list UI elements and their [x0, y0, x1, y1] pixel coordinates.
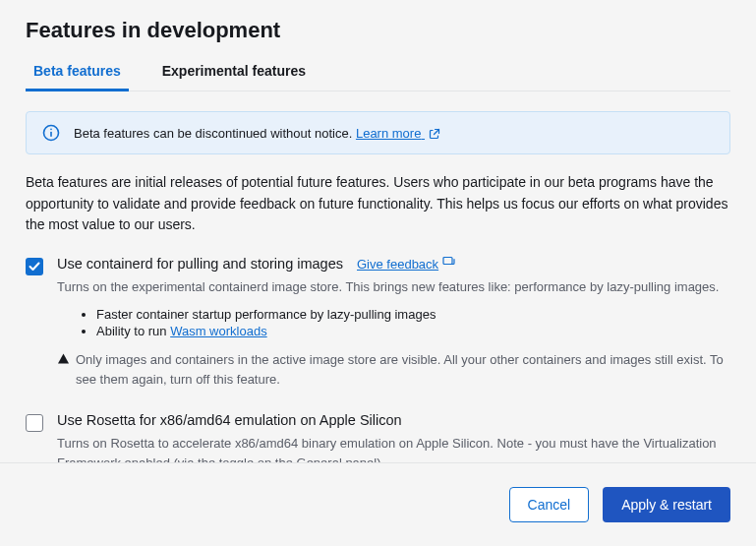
list-item: Faster container startup performance by … [96, 307, 730, 322]
give-feedback-link[interactable]: Give feedback [357, 256, 455, 272]
feature-containerd: Use containerd for pulling and storing i… [26, 256, 730, 389]
feature-details: Faster container startup performance by … [57, 307, 730, 389]
page-title: Features in development [26, 18, 730, 43]
bullet-prefix: Ability to run [96, 324, 170, 338]
checkbox-rosetta[interactable] [26, 414, 43, 432]
list-item: Ability to run Wasm workloads [96, 324, 730, 338]
intro-text: Beta features are initial releases of po… [26, 172, 730, 236]
feature-description: Turns on Rosetta to accelerate x86/amd64… [57, 434, 730, 462]
info-banner: Beta features can be discontinued withou… [26, 111, 730, 154]
warning-text: Only images and containers in the active… [76, 350, 730, 389]
checkbox-containerd[interactable] [26, 258, 43, 275]
learn-more-link[interactable]: Learn more [356, 126, 440, 141]
feature-description: Turns on the experimental containerd ima… [57, 277, 730, 297]
footer: Cancel Apply & restart [0, 462, 756, 546]
tab-beta-features[interactable]: Beta features [26, 57, 129, 91]
feature-title: Use Rosetta for x86/amd64 emulation on A… [57, 412, 402, 428]
svg-rect-2 [50, 129, 52, 131]
cancel-button[interactable]: Cancel [509, 487, 590, 522]
tabs: Beta features Experimental features [26, 57, 730, 91]
svg-rect-3 [443, 258, 452, 265]
warning-icon [57, 351, 70, 371]
chat-icon [442, 256, 455, 272]
info-banner-text: Beta features can be discontinued withou… [74, 126, 440, 141]
info-banner-message: Beta features can be discontinued withou… [74, 126, 352, 141]
feature-rosetta: Use Rosetta for x86/amd64 emulation on A… [26, 412, 730, 462]
external-link-icon [429, 128, 440, 140]
learn-more-label: Learn more [356, 126, 421, 141]
feature-title: Use containerd for pulling and storing i… [57, 256, 343, 272]
wasm-workloads-link[interactable]: Wasm workloads [170, 324, 266, 338]
svg-rect-1 [50, 132, 52, 137]
apply-restart-button[interactable]: Apply & restart [603, 487, 730, 522]
info-icon [42, 124, 60, 142]
tab-experimental-features[interactable]: Experimental features [154, 57, 314, 91]
give-feedback-label: Give feedback [357, 257, 438, 272]
